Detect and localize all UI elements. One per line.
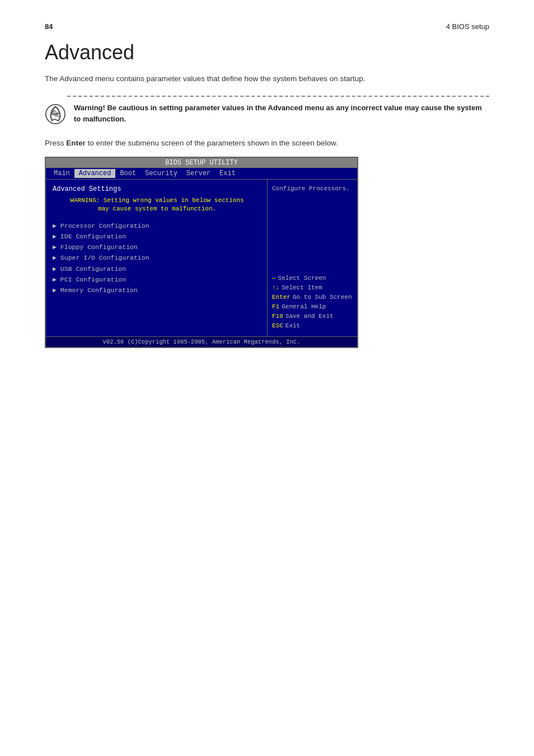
bios-footer: v02.56 (C)Copyright 1985-2005, American …: [46, 336, 357, 347]
help-desc-save-exit: Save and Exit: [285, 312, 334, 321]
bios-help-text: ↔ Select Screen ↑↓ Select Item Enter Go …: [272, 274, 353, 331]
bios-warning-line2: may cause system to malfunction.: [98, 205, 216, 212]
warning-top-dashed-line: [67, 96, 489, 97]
enter-key-label: Enter: [66, 139, 86, 147]
bios-warning-line1: WARNING: Setting wrong values in below s…: [70, 197, 243, 204]
intro-text: The Advanced menu contains parameter val…: [45, 73, 489, 84]
help-desc-select-screen: Select Screen: [278, 274, 326, 283]
bios-menu-processor[interactable]: Processor Configuration: [53, 220, 261, 231]
bios-menu-floppy[interactable]: Floppy Configuration: [53, 242, 261, 252]
bios-menu-server[interactable]: Server: [182, 169, 215, 178]
help-goto-sub: Enter Go to Sub Screen: [272, 293, 353, 302]
bios-menu-super-io[interactable]: Super I/O Configuration: [53, 252, 261, 263]
page-header: 84 4 BIOS setup: [45, 22, 489, 31]
warning-bold: Warning! Be cautious in setting paramete…: [74, 104, 482, 123]
bios-warning-text: WARNING: Setting wrong values in below s…: [53, 196, 261, 214]
bios-menu-memory[interactable]: Memory Configuration: [53, 285, 261, 295]
page-number: 84: [45, 22, 53, 31]
help-key-enter: Enter: [272, 293, 291, 302]
bios-menu-usb[interactable]: USB Configuration: [53, 264, 261, 274]
help-desc-goto-sub: Go to Sub Screen: [293, 293, 352, 302]
bios-menu-advanced[interactable]: Advanced: [74, 169, 116, 178]
help-general-help: F1 General Help: [272, 302, 353, 312]
help-desc-general-help: General Help: [282, 302, 326, 312]
warning-text: Warning! Be cautious in setting paramete…: [74, 102, 489, 125]
bios-title: BIOS SETUP UTILITY: [165, 159, 238, 167]
warning-inner: ✎ Warning! Be cautious in setting parame…: [45, 102, 489, 125]
bios-right-panel: Configure Processors. ↔ Select Screen ↑↓…: [268, 180, 357, 336]
section-heading: Advanced: [45, 41, 489, 64]
help-key-esc: ESC: [272, 321, 283, 331]
help-key-f1: F1: [272, 302, 279, 312]
warning-container: ✎ Warning! Be cautious in setting parame…: [45, 96, 489, 125]
page-content: 84 4 BIOS setup Advanced The Advanced me…: [0, 0, 534, 382]
section-title: 4 BIOS setup: [446, 22, 489, 31]
svg-text:✎: ✎: [50, 107, 60, 121]
bios-body: Advanced Settings WARNING: Setting wrong…: [46, 180, 357, 336]
bios-advanced-menu-list: Processor Configuration IDE Configuratio…: [53, 220, 261, 296]
help-desc-exit: Exit: [285, 321, 300, 331]
bios-section-title: Advanced Settings: [53, 185, 261, 193]
bios-menu-security[interactable]: Security: [140, 169, 182, 178]
bios-menu-exit[interactable]: Exit: [215, 169, 240, 178]
caution-icon: ✎: [45, 104, 66, 125]
help-key-arrows: ↔: [272, 274, 276, 283]
bios-menu-boot[interactable]: Boot: [115, 169, 140, 178]
help-select-item: ↑↓ Select Item: [272, 283, 353, 293]
bios-menu-bar: Main Advanced Boot Security Server Exit: [46, 168, 357, 180]
bios-menu-pci[interactable]: PCI Configuration: [53, 274, 261, 285]
help-save-exit: F10 Save and Exit: [272, 312, 353, 321]
press-enter-text: Press Enter to enter the submenu screen …: [45, 138, 489, 149]
bios-configure-text: Configure Processors.: [272, 185, 353, 192]
help-exit: ESC Exit: [272, 321, 353, 331]
bios-screen: BIOS SETUP UTILITY Main Advanced Boot Se…: [45, 157, 358, 348]
help-key-updown: ↑↓: [272, 283, 279, 293]
bios-title-bar: BIOS SETUP UTILITY: [46, 158, 357, 168]
bios-left-panel: Advanced Settings WARNING: Setting wrong…: [46, 180, 268, 336]
bios-menu-main[interactable]: Main: [49, 169, 74, 178]
help-select-screen: ↔ Select Screen: [272, 274, 353, 283]
help-desc-select-item: Select Item: [282, 283, 322, 293]
help-key-f10: F10: [272, 312, 283, 321]
bios-menu-ide[interactable]: IDE Configuration: [53, 231, 261, 242]
